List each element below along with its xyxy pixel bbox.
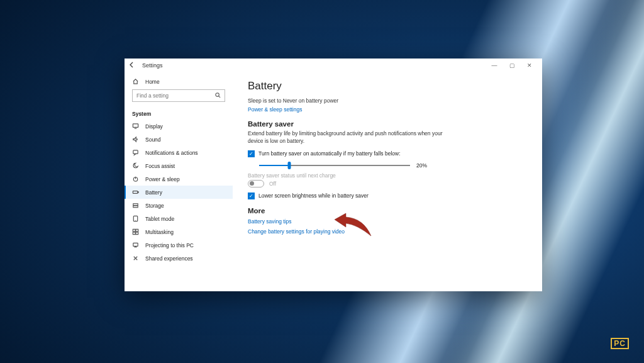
annotation-arrow-icon <box>332 211 377 242</box>
page-title: Battery <box>248 80 527 92</box>
storage-icon <box>132 202 139 209</box>
saver-status-label: Battery saver status until next charge <box>248 172 527 179</box>
lower-brightness-label: Lower screen brightness while in battery… <box>258 193 369 199</box>
svg-rect-12 <box>136 232 138 235</box>
home-icon <box>132 78 139 85</box>
sidebar-item-sound[interactable]: Sound <box>125 133 233 146</box>
svg-point-0 <box>216 93 219 97</box>
search-wrap <box>125 88 233 106</box>
sidebar: Home System Display Sound Notifications … <box>125 72 233 291</box>
battery-tips-link[interactable]: Battery saving tips <box>248 218 527 225</box>
battery-saver-heading: Battery saver <box>248 120 527 128</box>
window-titlebar: Settings — ▢ ✕ <box>125 59 542 72</box>
more-heading: More <box>248 207 527 215</box>
sidebar-item-label: Shared experiences <box>145 255 193 262</box>
sidebar-item-home[interactable]: Home <box>125 75 233 88</box>
power-sleep-settings-link[interactable]: Power & sleep settings <box>248 106 302 113</box>
auto-on-checkbox[interactable]: ✓ <box>248 150 255 157</box>
threshold-slider[interactable] <box>259 165 410 166</box>
lower-brightness-row: ✓ Lower screen brightness while in batte… <box>248 193 527 199</box>
sidebar-item-label: Sound <box>145 137 161 143</box>
battery-saver-description: Extend battery life by limiting backgrou… <box>248 130 449 145</box>
sidebar-item-tablet-mode[interactable]: Tablet mode <box>125 212 233 225</box>
sidebar-item-display[interactable]: Display <box>125 120 233 133</box>
sidebar-item-label: Notifications & actions <box>145 150 198 156</box>
sidebar-item-label: Power & sleep <box>145 176 180 182</box>
watermark-pc-badge: PC <box>611 338 629 349</box>
projecting-icon <box>132 242 139 249</box>
sidebar-item-label: Multitasking <box>145 229 174 235</box>
notifications-icon <box>132 149 139 156</box>
lower-brightness-checkbox[interactable]: ✓ <box>248 193 255 199</box>
sidebar-item-label: Display <box>145 123 163 130</box>
svg-rect-10 <box>136 229 138 232</box>
sidebar-home-label: Home <box>145 79 160 85</box>
sidebar-item-notifications[interactable]: Notifications & actions <box>125 146 233 159</box>
sidebar-item-power-sleep[interactable]: Power & sleep <box>125 172 233 186</box>
svg-rect-1 <box>133 124 138 128</box>
watermark: PC <box>611 338 629 349</box>
svg-rect-13 <box>133 243 138 246</box>
svg-rect-11 <box>133 232 135 235</box>
svg-rect-4 <box>133 191 137 194</box>
sidebar-item-label: Storage <box>145 203 164 209</box>
battery-icon <box>132 189 139 196</box>
sidebar-section-label: System <box>125 106 233 120</box>
threshold-value: 20% <box>416 162 427 169</box>
search-icon <box>214 92 221 99</box>
close-button[interactable]: ✕ <box>521 62 538 69</box>
svg-point-8 <box>135 220 136 221</box>
settings-window: Settings — ▢ ✕ Home System Display Sound <box>125 59 542 291</box>
svg-rect-9 <box>133 229 135 232</box>
display-icon <box>132 123 139 130</box>
search-input[interactable] <box>132 89 225 102</box>
saver-toggle-row: Off <box>248 180 527 187</box>
svg-rect-6 <box>133 206 138 208</box>
power-icon <box>132 176 139 182</box>
sidebar-item-label: Focus assist <box>145 163 175 169</box>
saver-toggle-state: Off <box>269 181 276 187</box>
svg-rect-5 <box>133 204 138 206</box>
saver-status-toggle[interactable] <box>248 180 264 187</box>
sidebar-item-focus-assist[interactable]: Focus assist <box>125 159 233 172</box>
threshold-slider-row: 20% <box>259 162 527 169</box>
sidebar-item-battery[interactable]: Battery <box>125 186 233 199</box>
sidebar-item-label: Projecting to this PC <box>145 242 194 249</box>
tablet-icon <box>132 215 139 222</box>
auto-on-label: Turn battery saver on automatically if m… <box>258 150 401 157</box>
multitasking-icon <box>132 228 139 235</box>
sidebar-item-label: Tablet mode <box>145 216 174 222</box>
shared-icon <box>132 255 139 262</box>
sound-icon <box>132 136 139 143</box>
sidebar-item-storage[interactable]: Storage <box>125 199 233 212</box>
sidebar-item-shared-experiences[interactable]: Shared experiences <box>125 252 233 265</box>
sidebar-item-projecting[interactable]: Projecting to this PC <box>125 238 233 252</box>
back-button[interactable] <box>128 61 136 70</box>
content-pane: Battery Sleep is set to Never on battery… <box>233 72 542 291</box>
svg-rect-2 <box>133 150 138 154</box>
focus-assist-icon <box>132 162 139 169</box>
slider-thumb[interactable] <box>288 162 291 169</box>
sidebar-item-label: Battery <box>145 189 162 196</box>
video-settings-link[interactable]: Change battery settings for playing vide… <box>248 228 527 235</box>
sidebar-item-multitasking[interactable]: Multitasking <box>125 225 233 238</box>
maximize-button[interactable]: ▢ <box>503 62 521 69</box>
auto-on-checkbox-row: ✓ Turn battery saver on automatically if… <box>248 150 527 157</box>
window-title: Settings <box>142 62 163 69</box>
minimize-button[interactable]: — <box>486 62 503 69</box>
sleep-status-text: Sleep is set to Never on battery power <box>248 98 449 105</box>
